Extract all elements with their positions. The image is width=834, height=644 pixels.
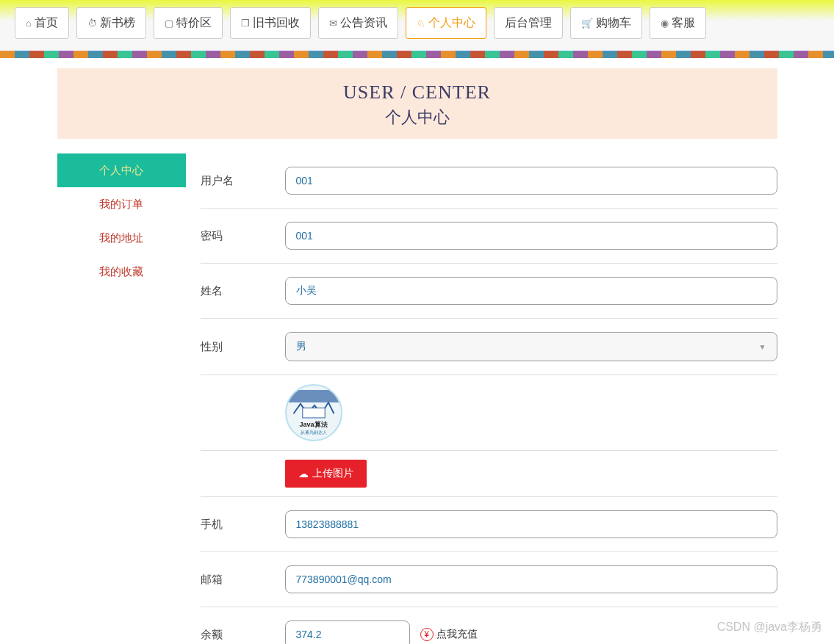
sidebar: 个人中心 我的订单 我的地址 我的收藏 [57,153,186,644]
password-label: 密码 [201,229,285,243]
balance-input[interactable] [285,621,410,644]
avatar-illustration-icon [287,389,341,419]
avatar-text1: Java算法 [299,420,327,430]
sidebar-item-profile[interactable]: 个人中心 [57,153,186,187]
nav-news[interactable]: ✉公告资讯 [318,7,398,39]
nav-home[interactable]: ⌂首页 [15,7,69,39]
service-icon: ◉ [661,18,669,29]
nav-admin[interactable]: 后台管理 [494,7,563,39]
svg-rect-1 [302,408,324,418]
chevron-down-icon: ▼ [759,343,766,351]
page-banner: USER / CENTER 个人中心 [57,68,777,139]
recharge-link[interactable]: ¥ 点我充值 [420,628,478,641]
avatar-text2: 从菜鸟到达人 [301,430,327,436]
sidebar-item-favorites[interactable]: 我的收藏 [57,255,186,289]
realname-input[interactable] [285,277,777,305]
svg-rect-0 [287,390,341,402]
username-label: 用户名 [201,174,285,188]
mail-icon: ✉ [329,18,337,29]
top-nav: ⌂首页 ⏱新书榜 ▢特价区 ❒旧书回收 ✉公告资讯 ♘个人中心 后台管理 🛒购物… [0,0,834,58]
home-icon: ⌂ [26,18,32,29]
gender-select[interactable]: 男 ▼ [285,332,777,361]
nav-recycle[interactable]: ❒旧书回收 [230,7,311,39]
phone-input[interactable] [285,510,777,538]
nav-cart[interactable]: 🛒购物车 [570,7,642,39]
cart-icon: 🛒 [581,18,593,29]
banner-title-en: USER / CENTER [57,82,777,104]
gender-value: 男 [296,340,306,353]
email-input[interactable] [285,565,777,593]
realname-label: 姓名 [201,284,285,298]
username-input[interactable] [285,167,777,195]
nav-new-books[interactable]: ⏱新书榜 [76,7,146,39]
sidebar-item-address[interactable]: 我的地址 [57,221,186,255]
gender-label: 性别 [201,340,285,354]
tag-icon: ▢ [165,18,173,29]
cloud-upload-icon: ☁ [298,468,309,480]
nav-service[interactable]: ◉客服 [650,7,706,39]
balance-label: 余额 [201,628,285,642]
form-area: 用户名 密码 姓名 性别 男 ▼ [186,153,777,644]
password-input[interactable] [285,222,777,250]
user-icon: ♘ [417,18,425,29]
sidebar-item-orders[interactable]: 我的订单 [57,187,186,221]
upload-image-button[interactable]: ☁ 上传图片 [285,460,367,488]
phone-label: 手机 [201,518,285,532]
books-icon: ❒ [241,18,250,29]
avatar-preview: Java算法 从菜鸟到达人 [285,384,342,441]
yen-icon: ¥ [420,628,434,641]
nav-discount[interactable]: ▢特价区 [154,7,223,39]
banner-title-zh: 个人中心 [57,106,777,129]
nav-user-center[interactable]: ♘个人中心 [406,7,486,39]
email-label: 邮箱 [201,573,285,587]
clock-icon: ⏱ [87,18,97,29]
